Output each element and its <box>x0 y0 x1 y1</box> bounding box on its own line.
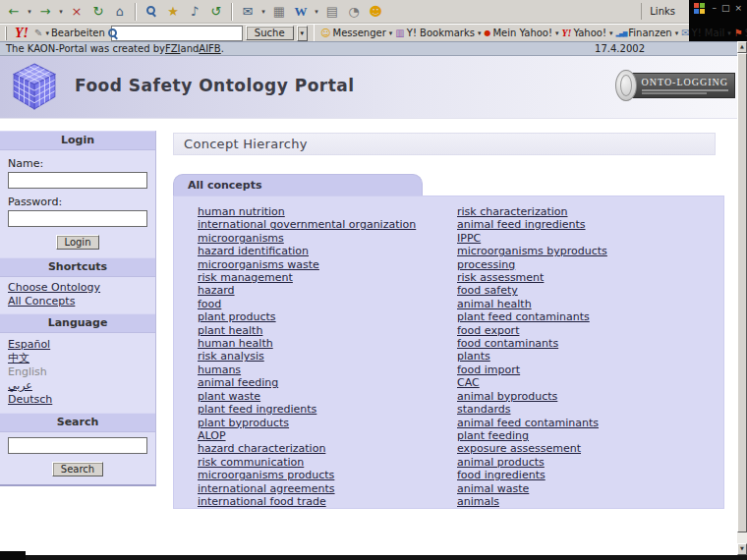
concept-link[interactable]: food <box>198 298 416 310</box>
yahoo-search-button[interactable]: Suche <box>246 26 294 40</box>
language-link-chinese[interactable]: 中文 <box>8 352 147 365</box>
concept-link[interactable]: microorganisms waste <box>198 258 416 271</box>
concept-link[interactable]: food import <box>457 364 607 376</box>
yahoo-search-input[interactable] <box>111 26 243 41</box>
concept-link[interactable]: animal health <box>457 298 607 310</box>
search-icon[interactable] <box>142 2 161 22</box>
concept-link[interactable]: international governmental organization <box>198 218 416 231</box>
concept-link[interactable]: animal feeding <box>198 376 416 389</box>
concept-link[interactable]: plant byproducts <box>198 417 416 429</box>
yahoo-item-yahoo[interactable]: Y! Yahoo! ▾ <box>562 28 613 38</box>
concept-link[interactable]: risk assessment <box>457 271 607 284</box>
concept-link[interactable]: plant feeding <box>457 429 607 442</box>
tab-all-concepts[interactable]: All concepts <box>173 174 423 196</box>
concept-link[interactable]: humans <box>198 364 416 376</box>
yahoo-edit-button[interactable]: ✎ ▾ Bearbeiten <box>34 28 105 38</box>
concept-link[interactable]: food safety <box>457 284 607 297</box>
scroll-down-button[interactable]: ▼ <box>737 543 747 555</box>
concept-link[interactable]: processing <box>457 258 607 271</box>
minimize-button[interactable]: – <box>712 3 717 14</box>
concept-link[interactable]: microorganisms products <box>198 469 416 481</box>
concept-link[interactable]: plant products <box>198 310 416 323</box>
concept-link[interactable]: CAC <box>457 376 607 389</box>
concept-link[interactable]: microorganisms byproducts <box>457 245 607 257</box>
web-tool-icon[interactable]: ◔ <box>344 2 364 22</box>
language-link-deutsch[interactable]: Deutsch <box>8 393 147 407</box>
refresh-icon[interactable]: ↻ <box>88 2 108 22</box>
concept-link[interactable]: animal feed contaminants <box>457 417 607 429</box>
edit-word-icon[interactable]: W <box>291 2 311 22</box>
concept-link[interactable]: plant waste <box>198 390 416 403</box>
links-band[interactable]: Links <box>641 3 685 20</box>
vertical-scrollbar[interactable]: ▲ ▼ <box>737 41 747 555</box>
edit-dropdown-icon[interactable]: ▾ <box>313 2 320 22</box>
print-icon[interactable]: ▦ <box>269 2 289 22</box>
close-button[interactable]: × <box>734 3 742 14</box>
yahoo-search-dropdown-button[interactable]: ▾ <box>297 26 309 41</box>
scrollbar-thumb[interactable] <box>737 53 747 532</box>
sidebar-item-all-concepts[interactable]: All Concepts <box>8 295 147 308</box>
forward-icon[interactable]: → <box>35 2 55 22</box>
search-input[interactable] <box>8 437 147 454</box>
forward-dropdown-icon[interactable]: ▾ <box>57 2 65 22</box>
concept-link[interactable]: risk analysis <box>198 350 416 363</box>
yahoo-item-mein-yahoo[interactable]: ● Mein Yahoo! ▾ <box>484 28 558 38</box>
fzi-link[interactable]: FZI <box>165 43 181 54</box>
concept-link[interactable]: animal feed ingredients <box>457 218 607 231</box>
concept-link[interactable]: standards <box>457 403 607 416</box>
sidebar-item-choose-ontology[interactable]: Choose Ontology <box>8 281 147 295</box>
concept-link[interactable]: animal waste <box>457 482 607 495</box>
concept-link[interactable]: food export <box>457 324 607 337</box>
concept-link[interactable]: human nutrition <box>198 205 416 218</box>
toolbar-gripper[interactable] <box>5 27 7 40</box>
restore-button[interactable]: □ <box>721 3 730 14</box>
concept-link[interactable]: risk communication <box>198 456 416 469</box>
favorites-icon[interactable]: ★ <box>163 2 183 22</box>
yahoo-logo[interactable]: Y! <box>12 26 31 41</box>
search-button[interactable]: Search <box>52 462 103 476</box>
concept-link[interactable]: IPPC <box>457 232 607 245</box>
discuss-icon[interactable]: ▤ <box>322 2 342 22</box>
mail-dropdown-icon[interactable]: ▾ <box>259 2 267 22</box>
stop-icon[interactable]: × <box>67 2 86 22</box>
yahoo-item-finanzen[interactable]: ▂▄▆ Finanzen ▾ <box>615 28 678 38</box>
home-icon[interactable]: ⌂ <box>110 2 130 22</box>
concept-link[interactable]: plant feed contaminants <box>457 310 607 323</box>
concept-link[interactable]: risk characterization <box>457 205 607 218</box>
concept-link[interactable]: microorganisms <box>198 232 416 245</box>
media-icon[interactable]: ♪ <box>185 2 204 22</box>
yahoo-item-bookmarks[interactable]: ▥ Y! Bookmarks ▾ <box>395 28 481 38</box>
concept-link[interactable]: international agreements <box>198 482 416 495</box>
concept-link[interactable]: plants <box>457 350 607 363</box>
concept-link[interactable]: hazard characterization <box>198 442 416 455</box>
concept-link[interactable]: hazard identification <box>198 245 416 257</box>
password-field[interactable] <box>8 210 147 227</box>
yahoo-item-schlagzeilen[interactable]: ⚑ Schlagzeilen ▾ <box>734 28 747 38</box>
concept-link[interactable]: international food trade <box>198 495 416 508</box>
concept-link[interactable]: food ingredients <box>457 469 607 481</box>
messenger-icon[interactable]: ☻ <box>366 2 385 22</box>
mail-icon[interactable]: ✉ <box>238 2 258 22</box>
language-link-espanol[interactable]: Español <box>8 338 147 352</box>
history-icon[interactable]: ↺ <box>206 2 226 22</box>
concept-link[interactable]: hazard <box>198 284 416 297</box>
yahoo-item-messenger[interactable]: ☺ Messenger ▾ <box>320 28 392 38</box>
concept-link[interactable]: food contaminants <box>457 337 607 350</box>
concept-link[interactable]: exposure assessement <box>457 442 607 455</box>
concept-link[interactable]: risk management <box>198 271 416 284</box>
scroll-up-button[interactable]: ▲ <box>737 41 747 53</box>
name-field[interactable] <box>8 172 147 189</box>
aifb-link[interactable]: AIFB <box>199 43 220 54</box>
concept-link[interactable]: animals <box>457 495 607 508</box>
concept-link[interactable]: animal products <box>457 456 607 469</box>
concept-link[interactable]: animal byproducts <box>457 390 607 403</box>
back-dropdown-icon[interactable]: ▾ <box>26 2 33 22</box>
language-link-arabic[interactable]: عربي <box>8 379 147 393</box>
concept-link[interactable]: plant health <box>198 324 416 337</box>
concept-link[interactable]: human health <box>198 337 416 350</box>
concept-link[interactable]: ALOP <box>198 429 416 442</box>
back-icon[interactable]: ← <box>4 2 24 22</box>
concept-link[interactable]: plant feed ingredients <box>198 403 416 416</box>
yahoo-item-mail[interactable]: ✉ Y! Mail ▾ <box>681 28 731 38</box>
login-button[interactable]: Login <box>56 235 100 250</box>
